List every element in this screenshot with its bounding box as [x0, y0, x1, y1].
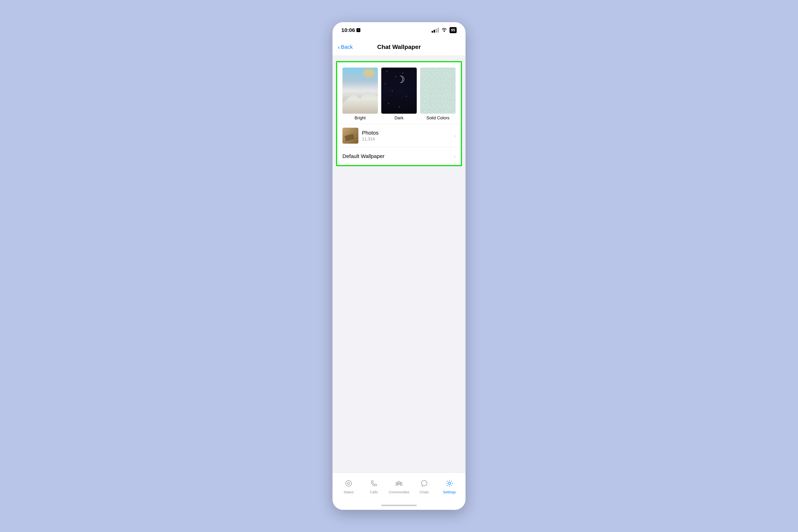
calls-tab-label: Calls	[370, 490, 378, 494]
tab-bar: Status Calls Co	[332, 473, 466, 501]
highlighted-section: Bright	[336, 61, 462, 166]
tab-calls[interactable]: Calls	[361, 479, 386, 494]
content-area: Bright	[332, 56, 466, 366]
solid-thumbnail	[420, 68, 456, 114]
settings-tab-label: Settings	[443, 490, 456, 494]
back-chevron-icon: ‹	[338, 44, 340, 50]
status-icon: i	[357, 28, 360, 32]
solid-label: Solid Colors	[426, 115, 449, 120]
status-icon	[345, 479, 353, 489]
tab-status[interactable]: Status	[336, 479, 361, 494]
wifi-icon	[441, 27, 448, 33]
status-tab-label: Status	[344, 490, 354, 494]
default-wallpaper-text: Default Wallpaper	[342, 153, 454, 159]
calls-icon	[370, 479, 378, 489]
svg-point-1	[346, 480, 352, 486]
wallpaper-option-solid[interactable]: Solid Colors	[418, 68, 457, 120]
communities-icon	[395, 479, 403, 489]
nav-bar: ‹ Back Chat Wallpaper	[332, 38, 466, 56]
bright-thumbnail	[342, 68, 378, 114]
photos-thumb-image	[342, 128, 358, 144]
status-bar: 10:06 i 95	[332, 22, 466, 38]
wallpaper-grid: Bright	[337, 62, 461, 124]
chats-tab-label: Chats	[420, 490, 429, 494]
list-section: Photos 11,314 › Default Wallpaper ›	[337, 124, 461, 165]
battery-indicator: 95	[450, 27, 457, 33]
wallpaper-option-bright[interactable]: Bright	[341, 68, 380, 120]
status-right-icons: 95	[432, 27, 457, 33]
default-wallpaper-chevron-icon: ›	[454, 153, 456, 159]
back-button[interactable]: ‹ Back	[338, 44, 353, 50]
dark-thumbnail	[381, 68, 417, 114]
home-bar	[381, 505, 417, 506]
svg-point-2	[347, 482, 350, 484]
status-time: 10:06 i	[341, 27, 360, 33]
dark-label: Dark	[395, 115, 404, 120]
tab-communities[interactable]: Communities	[386, 479, 412, 494]
signal-icon	[432, 28, 439, 33]
chats-icon	[420, 479, 428, 489]
photos-count: 11,314	[362, 136, 454, 141]
list-item-default-wallpaper[interactable]: Default Wallpaper ›	[337, 147, 461, 165]
wallpaper-option-dark[interactable]: Dark	[380, 68, 418, 120]
home-indicator	[332, 501, 466, 510]
back-label: Back	[341, 44, 353, 50]
svg-point-3	[398, 481, 400, 483]
bottom-area	[332, 366, 466, 473]
tab-chats[interactable]: Chats	[412, 479, 437, 494]
photos-chevron-icon: ›	[454, 132, 456, 139]
photos-text: Photos 11,314	[362, 130, 454, 141]
phone-container: 10:06 i 95	[332, 22, 466, 510]
svg-point-0	[444, 31, 445, 32]
svg-point-4	[396, 482, 398, 484]
communities-tab-label: Communities	[389, 490, 410, 494]
default-wallpaper-title: Default Wallpaper	[342, 153, 454, 159]
bright-label: Bright	[355, 115, 366, 120]
svg-point-5	[400, 482, 402, 484]
stars-decoration	[381, 68, 417, 114]
svg-point-6	[448, 482, 451, 484]
list-item-photos[interactable]: Photos 11,314 ›	[337, 124, 461, 147]
photos-title: Photos	[362, 130, 454, 136]
time-display: 10:06	[341, 27, 355, 33]
page-title: Chat Wallpaper	[377, 43, 421, 50]
settings-icon	[445, 479, 453, 489]
tab-settings[interactable]: Settings	[437, 479, 462, 494]
photos-thumbnail	[342, 128, 358, 144]
